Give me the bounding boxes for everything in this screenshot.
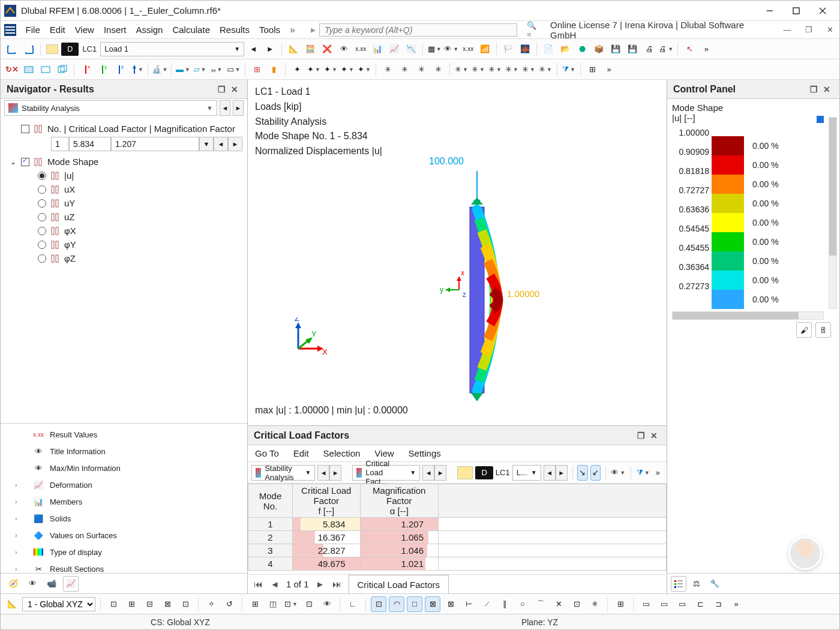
gb10[interactable]: ⊡▼ <box>283 596 299 612</box>
tool-b3[interactable]: 📉 <box>403 41 419 57</box>
tool-eye-x[interactable]: 👁 <box>336 41 352 57</box>
sel1-prev[interactable]: ◄ <box>317 465 329 481</box>
lc-prev[interactable]: ◄ <box>544 465 556 481</box>
app-menu-icon[interactable] <box>4 24 16 36</box>
table-lc-tag[interactable]: D <box>475 466 493 479</box>
nav-f2[interactable]: 👁 <box>25 576 40 592</box>
tool-box2[interactable] <box>38 62 53 77</box>
tool-vals2[interactable]: x.xx <box>460 41 476 57</box>
tool-bridge[interactable]: 🌉 <box>517 41 533 57</box>
sel2-prev[interactable]: ◄ <box>422 465 434 481</box>
critical-load-table[interactable]: ModeNo. Critical Load Factorf [--] Magni… <box>248 484 667 571</box>
tool-loadcase-color[interactable] <box>44 41 60 57</box>
factor-no[interactable]: 1 <box>51 137 69 151</box>
tool-refresh[interactable]: ↻✕ <box>4 62 20 77</box>
cp-close-icon[interactable]: ✕ <box>820 85 833 94</box>
tool-more2[interactable]: » <box>601 62 617 77</box>
gb12[interactable]: 👁 <box>319 596 335 612</box>
tool-new[interactable]: 📄 <box>541 41 556 57</box>
gb-more[interactable]: » <box>728 596 744 612</box>
tool-box1[interactable] <box>21 62 37 77</box>
tool-load-l3[interactable]: ✦▼ <box>340 62 355 77</box>
minimize-button[interactable] <box>757 2 783 20</box>
tool-s6[interactable]: ✳▼ <box>470 62 486 77</box>
gb6[interactable]: ✧ <box>203 596 219 612</box>
tool-eye2[interactable]: 👁▼ <box>443 41 459 57</box>
tool-ucs-left[interactable] <box>4 41 20 57</box>
gb18[interactable]: ○ <box>515 596 530 612</box>
lower-expander[interactable]: › <box>15 481 22 488</box>
gb19[interactable]: ⌒ <box>533 596 548 612</box>
tool-sup[interactable]: ⏛▼ <box>209 62 224 77</box>
table-sel2[interactable]: Critical Load Fact...▼ <box>352 465 420 481</box>
gb-cs[interactable]: 📐 <box>4 596 20 612</box>
cp-undock-icon[interactable]: ❐ <box>807 85 820 94</box>
cp-top-toggle[interactable] <box>817 116 824 123</box>
mode-opt-radio[interactable] <box>38 213 46 221</box>
gb20[interactable]: ✕ <box>551 596 566 612</box>
table-tool-link2[interactable]: ↙ <box>590 465 601 481</box>
tool-mesh2[interactable]: ▮ <box>266 62 281 77</box>
tool-micro[interactable]: 🔬▼ <box>152 62 167 77</box>
lc-next[interactable]: ► <box>556 465 568 481</box>
table-tool-eye[interactable]: 👁▼ <box>610 465 626 481</box>
pg-first[interactable]: ⏮ <box>253 579 263 589</box>
lower-expander[interactable]: › <box>15 532 22 539</box>
nav-f1[interactable]: 🧭 <box>5 576 21 592</box>
gb22[interactable]: ✳ <box>587 596 602 612</box>
tmenu-settings[interactable]: Settings <box>409 448 441 458</box>
gb5[interactable]: ⊡ <box>178 596 193 612</box>
table-lc-color[interactable] <box>457 466 473 479</box>
tool-filter[interactable]: ⧩▼ <box>561 62 577 77</box>
gb-snap3[interactable]: □ <box>407 596 422 612</box>
tool-arrneg[interactable]: ▼ <box>128 62 144 77</box>
tool-b1[interactable]: 📊 <box>370 41 385 57</box>
lower-expander[interactable]: › <box>15 548 22 556</box>
gb24[interactable]: ▭ <box>638 596 654 612</box>
navigator-analysis-select[interactable]: Stability Analysis ▼ <box>4 100 217 116</box>
sel2-next[interactable]: ► <box>434 465 446 481</box>
tmenu-view[interactable]: View <box>374 448 394 458</box>
table-undock-icon[interactable]: ❐ <box>634 431 647 440</box>
tool-pkg[interactable]: 📦 <box>591 41 607 57</box>
tool-star3[interactable]: ✳ <box>413 62 429 77</box>
navigator-undock-icon[interactable]: ❐ <box>215 85 228 94</box>
navigator-close-icon[interactable]: ✕ <box>228 85 241 94</box>
gb2[interactable]: ⊞ <box>124 596 139 612</box>
mode-opt-radio[interactable] <box>38 185 46 194</box>
gb8[interactable]: ⊞ <box>247 596 263 612</box>
search-clear-icon[interactable]: ▸ <box>311 24 316 35</box>
tool-more1[interactable]: » <box>698 41 714 57</box>
tool-s5[interactable]: ✳▼ <box>454 62 469 77</box>
tool-layer2[interactable]: ▱▼ <box>192 62 208 77</box>
mode-opt-radio[interactable] <box>38 254 46 263</box>
tool-star2[interactable]: ✳ <box>397 62 412 77</box>
gb3[interactable]: ⊟ <box>142 596 157 612</box>
lower-expander[interactable]: › <box>15 515 22 522</box>
tool-load-l4[interactable]: ✦▼ <box>356 62 372 77</box>
gb9[interactable]: ◫ <box>265 596 281 612</box>
lower-expander[interactable]: › <box>15 565 22 572</box>
tool-star4[interactable]: ✳ <box>430 62 446 77</box>
tool-grid[interactable]: ▦▼ <box>427 41 442 57</box>
gb23[interactable]: ⊞ <box>613 596 628 612</box>
mode-opt-radio[interactable] <box>38 241 46 249</box>
factor-prev[interactable]: ◄ <box>214 137 228 151</box>
tool-flag[interactable]: 🏳️ <box>500 41 516 57</box>
tool-grid2[interactable]: ⊞ <box>584 62 600 77</box>
tool-open[interactable]: 📂 <box>557 41 573 57</box>
gb28[interactable]: ⊐ <box>710 596 726 612</box>
gb-snap4[interactable]: ⊠ <box>425 596 440 612</box>
loadcase-select[interactable]: Load 1▼ <box>100 42 244 56</box>
tmenu-goto[interactable]: Go To <box>255 448 279 458</box>
viewport[interactable]: LC1 - Load 1 Loads [kip] Stability Analy… <box>248 80 667 425</box>
gb13[interactable]: ∟ <box>345 596 361 612</box>
menu-assign[interactable]: Assign <box>136 25 163 35</box>
tool-plate[interactable]: ▭▼ <box>226 62 241 77</box>
factor-a[interactable]: 1.207 <box>111 137 199 151</box>
tool-load-l1[interactable]: ✦▼ <box>306 62 322 77</box>
factor-checkbox[interactable] <box>21 125 29 133</box>
gb27[interactable]: ⊏ <box>692 596 708 612</box>
menu-tools[interactable]: Tools <box>259 25 280 35</box>
table-lc-sel[interactable]: L...▼ <box>512 465 541 481</box>
